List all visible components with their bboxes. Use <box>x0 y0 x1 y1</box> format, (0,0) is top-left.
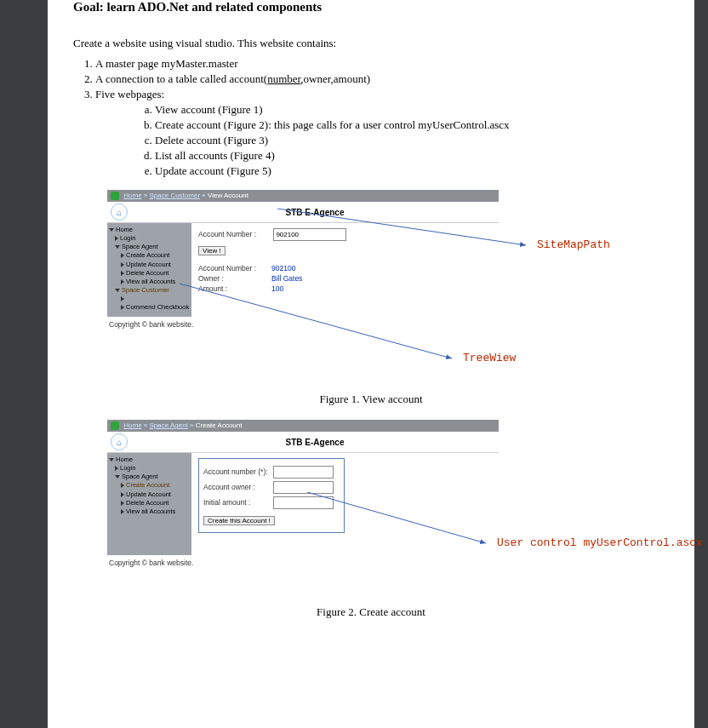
title-row: ⌂ STB E-Agence <box>107 432 499 453</box>
annotation-sitemappath: SiteMapPath <box>537 238 610 251</box>
figure2-wrap: Home » Space Agent » Create Account ⌂ ST… <box>73 420 669 599</box>
sub-item-a: View account (Figure 1) <box>155 103 669 117</box>
content-panel: Account number (*): Account owner : Init… <box>191 453 499 555</box>
chevron-right-icon <box>121 509 124 514</box>
chevron-right-icon <box>121 483 124 488</box>
list-item-2-pre: A connection to a table called account( <box>95 72 267 85</box>
figure2-caption: Figure 2. Create account <box>73 605 669 619</box>
sub-item-e: Update account (Figure 5) <box>155 164 669 178</box>
result-amount-value: 100 <box>271 284 331 293</box>
account-number-label: Account number (*): <box>203 467 273 476</box>
figure1-screenshot: Home » Space Customer » View Account ⌂ S… <box>107 190 499 329</box>
tree-delete[interactable]: Delete Account <box>126 269 168 277</box>
tree-view[interactable]: Home Login Space Agent Create Account Up… <box>107 223 191 317</box>
breadcrumb-space-agent[interactable]: Space Agent <box>149 421 187 429</box>
figure1-caption: Figure 1. View account <box>73 393 669 406</box>
tree-login[interactable]: Login <box>120 234 135 242</box>
tree-update[interactable]: Update Account <box>126 490 171 498</box>
chevron-down-icon <box>109 458 114 461</box>
tree-login[interactable]: Login <box>120 464 135 472</box>
breadcrumb-current: Create Account <box>196 421 243 429</box>
chevron-down-icon <box>115 475 120 479</box>
sub-item-b: Create account (Figure 2): this page cal… <box>155 118 669 132</box>
figure1-wrap: Home » Space Customer » View Account ⌂ S… <box>73 190 669 386</box>
account-number-input[interactable] <box>273 466 334 479</box>
account-owner-label: Account owner : <box>203 483 273 491</box>
tree-viewall[interactable]: View all Accounts <box>126 507 175 515</box>
tree-create[interactable]: Create Account <box>126 481 169 489</box>
title-row: ⌂ STB E-Agence <box>107 202 499 223</box>
annotation-treeview: TreeWiew <box>463 352 516 364</box>
chevron-right-icon <box>121 492 124 497</box>
initial-amount-input[interactable] <box>273 496 334 509</box>
chevron-right-icon <box>115 236 118 241</box>
document-page: Goal: learn ADO.Net and related componen… <box>48 0 694 728</box>
tree-command[interactable]: Commend Checkbook <box>126 303 189 311</box>
chevron-right-icon <box>121 501 124 506</box>
chevron-right-icon <box>121 271 124 276</box>
view-button[interactable]: View ! <box>198 246 226 255</box>
chevron-right-icon <box>115 466 118 471</box>
globe-icon <box>111 192 119 200</box>
copyright: Copyright © bank website. <box>109 320 499 329</box>
globe-icon <box>111 421 119 430</box>
form-row: Account Number : <box>198 228 492 241</box>
tree-create[interactable]: Create Account <box>126 251 169 259</box>
list-item-3: Five webpages: View account (Figure 1) C… <box>95 88 669 178</box>
intro-text: Create a website using visual studio. Th… <box>73 37 669 50</box>
account-number-input[interactable] <box>273 228 346 241</box>
result-owner-label: Owner : <box>198 274 271 283</box>
tree-agent[interactable]: Space Agent <box>122 243 158 250</box>
result-number-label: Account Number : <box>198 264 271 272</box>
result-owner-value: Bill Gates <box>271 274 331 283</box>
list-item-2-post: ,owner,amount) <box>300 72 370 85</box>
sub-item-c: Delete account (Figure 3) <box>155 134 669 147</box>
breadcrumb-sep: » <box>202 192 208 199</box>
account-number-label: Account Number : <box>198 230 271 238</box>
chevron-right-icon <box>121 262 124 267</box>
tree-viewall[interactable]: View all Accounts <box>126 278 175 285</box>
breadcrumb-space-customer[interactable]: Space Customer <box>149 192 200 199</box>
list-item-1: A master page myMaster.master <box>95 57 669 71</box>
home-icon[interactable]: ⌂ <box>111 433 128 450</box>
chevron-right-icon <box>121 253 124 258</box>
breadcrumb-home[interactable]: Home <box>123 421 141 429</box>
chevron-down-icon <box>115 289 120 292</box>
copyright: Copyright © bank website. <box>109 559 499 567</box>
chevron-right-icon <box>121 305 124 310</box>
tree-view[interactable]: Home Login Space Agent Create Account Up… <box>107 453 191 555</box>
account-owner-input[interactable] <box>273 481 334 494</box>
breadcrumb-current: View Account <box>208 192 248 199</box>
chevron-right-icon <box>121 279 124 284</box>
breadcrumb-home[interactable]: Home <box>123 192 141 199</box>
breadcrumb-sep: » <box>190 421 196 429</box>
content-panel: Account Number : View ! Account Number :… <box>191 223 499 317</box>
site-title: STB E-Agence <box>131 208 499 217</box>
sub-item-d: List all accounts (Figure 4) <box>155 149 669 163</box>
breadcrumb-bar: Home » Space Agent » Create Account <box>107 420 499 432</box>
tree-update[interactable]: Update Account <box>126 261 171 268</box>
site-title: STB E-Agence <box>131 438 499 447</box>
create-account-button[interactable]: Create this Account ! <box>203 516 275 525</box>
user-control-box: Account number (*): Account owner : Init… <box>198 458 345 533</box>
initial-amount-label: Initial amount : <box>203 498 273 507</box>
figure2-screenshot: Home » Space Agent » Create Account ⌂ ST… <box>107 420 499 567</box>
tree-agent[interactable]: Space Agent <box>122 473 158 480</box>
list-item-2: A connection to a table called account(n… <box>95 72 669 86</box>
list-item-2-underline: number <box>267 72 300 85</box>
sub-list: View account (Figure 1) Create account (… <box>155 103 669 178</box>
list-item-3-text: Five webpages: <box>95 88 164 100</box>
result-amount-label: Amount : <box>198 284 271 293</box>
goal-heading: Goal: learn ADO.Net and related componen… <box>73 0 669 14</box>
chevron-right-icon <box>121 296 124 301</box>
tree-home[interactable]: Home <box>116 456 133 463</box>
home-icon[interactable]: ⌂ <box>111 203 128 221</box>
result-number-value: 902100 <box>271 264 331 272</box>
tree-home[interactable]: Home <box>116 226 133 233</box>
tree-delete[interactable]: Delete Account <box>126 499 168 507</box>
chevron-down-icon <box>115 245 120 249</box>
annotation-user-control: User control myUserControl.ascx <box>497 536 703 549</box>
tree-customer[interactable]: Space Customer <box>122 286 169 294</box>
chevron-down-icon <box>109 228 114 232</box>
breadcrumb-bar: Home » Space Customer » View Account <box>107 190 499 202</box>
